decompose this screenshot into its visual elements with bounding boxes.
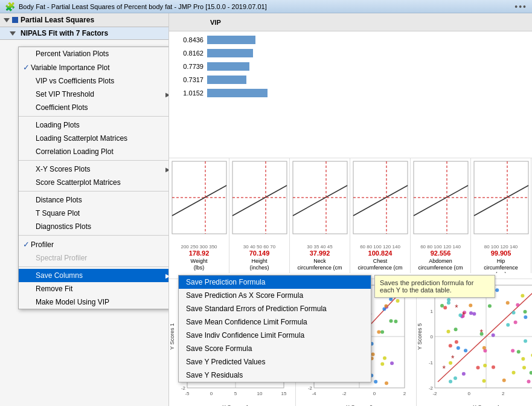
svg-text:0: 0 — [467, 391, 470, 396]
vip-value-1: 0.8162 — [174, 50, 207, 57]
menu-item-remove-fit[interactable]: Remove Fit — [19, 282, 169, 295]
svg-point-184 — [512, 371, 516, 375]
score-plot-1: 30 40 50 60 7070.149Height (inches) — [229, 158, 290, 273]
menu-item-diagnostics[interactable]: Diagnostics Plots — [19, 220, 169, 233]
menu-item-distance-plots[interactable]: Distance Plots — [19, 193, 169, 207]
pred-value-0: 178.92 — [169, 250, 229, 257]
menu-label-score-scatterplot: Score Scatterplot Matrices — [36, 178, 169, 187]
menu-label-set-vip-threshold: Set VIP Threshold — [36, 90, 165, 98]
svg-point-188 — [476, 366, 479, 369]
vip-value-4: 1.0152 — [174, 89, 207, 97]
pred-value-2: 37.992 — [290, 250, 350, 257]
svg-text:2: 2 — [403, 391, 406, 396]
menu-item-score-scatterplot[interactable]: Score Scatterplot Matrices — [19, 176, 169, 189]
pred-value-3: 100.824 — [350, 250, 410, 257]
menu-separator — [19, 235, 169, 236]
svg-point-162 — [516, 303, 519, 307]
svg-point-203 — [495, 288, 499, 292]
svg-text:*: * — [443, 364, 446, 373]
panel-title: Partial Least Squares — [21, 16, 94, 24]
svg-text:*: * — [480, 327, 484, 337]
svg-point-180 — [524, 339, 527, 343]
menu-item-save-columns[interactable]: Save Columns▶ — [19, 269, 169, 282]
scatter-plot-2: *****Y Scores 5210-1-2X Scores 4-2024 — [417, 279, 532, 406]
svg-point-210 — [527, 380, 530, 384]
svg-text:5: 5 — [234, 391, 237, 396]
menu-item-loading-plots[interactable]: Loading Plots — [19, 118, 169, 132]
var-label-3: Chest circumference (cm — [350, 258, 410, 271]
svg-text:-2: -2 — [342, 391, 347, 396]
menu-item-make-model[interactable]: Make Model Using VIP — [19, 295, 169, 309]
check-icon-variable-importance: ✓ — [21, 63, 31, 72]
svg-point-128 — [389, 297, 393, 301]
axis-labels-3: 60 80 100 120 140 — [350, 244, 410, 250]
menu-item-vip-coefficients[interactable]: VIP vs Coefficients Plots — [19, 74, 169, 88]
menu-item-profiler[interactable]: ✓Profiler — [19, 237, 169, 251]
svg-text:*: * — [451, 353, 455, 363]
menu-label-remove-fit: Remove Fit — [36, 285, 169, 293]
collapse-triangle[interactable] — [4, 18, 10, 22]
vip-value-0: 0.8436 — [174, 36, 207, 44]
submenu-item-save-score-formula[interactable]: Save Score Formula — [179, 342, 371, 355]
menu-item-correlation-loading[interactable]: Correlation Loading Plot — [19, 145, 169, 158]
menu-label-diagnostics: Diagnostics Plots — [36, 222, 169, 231]
menu-item-spectral-profiler: Spectral Profiler — [19, 251, 169, 265]
vip-row-2: 0.7739 — [174, 60, 527, 72]
title-bar: 🧩 Body Fat - Partial Least Squares of Pe… — [0, 0, 532, 13]
svg-point-182 — [488, 304, 492, 308]
vip-row-0: 0.8436 — [174, 34, 527, 46]
vip-bar-0 — [207, 36, 255, 44]
vip-row-1: 0.8162 — [174, 47, 527, 59]
menu-item-loading-scatterplot[interactable]: Loading Scatterplot Matrices — [19, 132, 169, 145]
svg-point-109 — [380, 362, 384, 366]
menu-item-set-vip-threshold[interactable]: Set VIP Threshold▶ — [19, 88, 169, 101]
svg-point-179 — [506, 301, 510, 304]
partial-least-squares-header[interactable]: Partial Least Squares — [0, 13, 168, 27]
nipals-header[interactable]: NIPALS Fit with 7 Factors — [0, 27, 168, 40]
svg-text:0: 0 — [431, 334, 434, 340]
vip-bar-4 — [207, 89, 268, 97]
menu-item-t-square[interactable]: T Square Plot — [19, 207, 169, 220]
submenu-item-save-prediction-x-score[interactable]: Save Prediction As X Score Formula — [179, 289, 371, 302]
window-menu-dots[interactable]: ••• — [514, 2, 527, 11]
svg-point-142 — [384, 304, 388, 308]
axis-labels-2: 30 35 40 45 — [290, 244, 350, 250]
score-plot-2: 30 35 40 4537.992Neck circumference (cm — [290, 158, 350, 273]
svg-point-191 — [469, 304, 472, 308]
submenu-item-save-std-errors[interactable]: Save Standard Errors of Prediction Formu… — [179, 302, 371, 315]
vip-chart: 0.84360.81620.77390.73171.0152 — [169, 31, 532, 103]
menu-label-make-model: Make Model Using VIP — [36, 298, 169, 306]
svg-point-186 — [464, 349, 467, 352]
svg-point-200 — [492, 334, 495, 337]
menu-item-variable-importance[interactable]: ✓Variable Importance Plot — [19, 60, 169, 74]
vip-area: VIP 0.84360.81620.77390.73171.0152 — [169, 13, 532, 158]
svg-point-108 — [396, 299, 400, 303]
scores-strip: 200 250 300 350178.92Weight (lbs)30 40 5… — [169, 158, 532, 279]
svg-text:-2: -2 — [432, 391, 437, 396]
score-plot-0: 200 250 300 350178.92Weight (lbs) — [169, 158, 229, 273]
score-plot-5: 80 100 120 14099.905Hip circumference (c… — [471, 158, 531, 273]
submenu-item-save-indiv-confidence[interactable]: Save Indiv Confidence Limit Formula — [179, 329, 371, 342]
menu-item-percent-variation[interactable]: Percent Variation Plots — [19, 47, 169, 60]
svg-point-133 — [374, 380, 377, 384]
svg-text:*: * — [455, 303, 458, 312]
submenu-item-save-mean-confidence[interactable]: Save Mean Confidence Limit Formula — [179, 315, 371, 329]
menu-label-profiler: Profiler — [31, 240, 169, 249]
left-panel: Partial Least Squares NIPALS Fit with 7 … — [0, 13, 169, 406]
vip-bar-1 — [207, 49, 253, 57]
svg-point-183 — [443, 306, 447, 309]
nipals-triangle[interactable] — [10, 31, 16, 36]
svg-point-207 — [449, 344, 452, 347]
submenu-item-save-y-residuals[interactable]: Save Y Residuals — [179, 369, 371, 382]
score-plot-4: 60 80 100 120 14092.556Abdomen circumfer… — [411, 158, 471, 273]
submenu-item-save-prediction-formula[interactable]: Save Prediction Formula — [179, 276, 371, 289]
submenu-item-save-y-predicted[interactable]: Save Y Predicted Values — [179, 355, 371, 369]
var-label-4: Abdomen circumference (cm — [411, 258, 470, 271]
pred-value-1: 70.149 — [229, 250, 289, 257]
svg-point-122 — [383, 356, 386, 360]
menu-item-coefficient-plots[interactable]: Coefficient Plots — [19, 101, 169, 114]
menu-separator — [19, 191, 169, 192]
svg-point-174 — [506, 323, 510, 327]
menu-label-spectral-profiler: Spectral Profiler — [36, 254, 169, 262]
menu-item-xy-scores-plots[interactable]: X-Y Scores Plots▶ — [19, 163, 169, 176]
